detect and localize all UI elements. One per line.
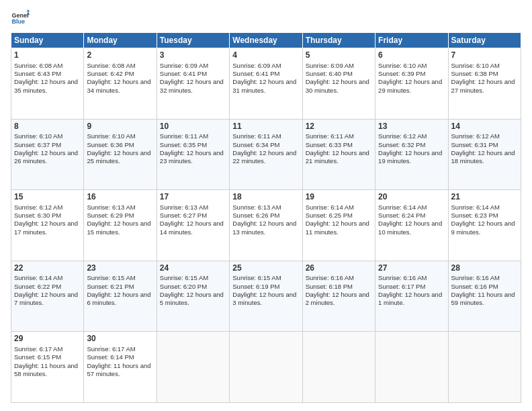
sunrise-label: Sunrise: 6:15 AM [87, 274, 135, 281]
week-row-3: 15 Sunrise: 6:12 AM Sunset: 6:30 PM Dayl… [11, 190, 521, 261]
daylight-label: Daylight: 12 hours and 35 minutes. [14, 78, 78, 93]
sunrise-label: Sunrise: 6:10 AM [378, 62, 427, 69]
sunrise-label: Sunrise: 6:13 AM [232, 203, 281, 211]
daylight-label: Daylight: 12 hours and 30 minutes. [306, 78, 369, 93]
day-number: 26 [306, 263, 372, 274]
day-number: 13 [378, 122, 445, 132]
day-cell-1: 1 Sunrise: 6:08 AM Sunset: 6:43 PM Dayli… [11, 48, 84, 120]
sunset-label: Sunset: 6:39 PM [378, 70, 425, 77]
sunrise-label: Sunrise: 6:13 AM [160, 203, 208, 211]
sunset-label: Sunset: 6:22 PM [14, 283, 61, 290]
sunrise-label: Sunrise: 6:16 AM [378, 274, 427, 281]
sunset-label: Sunset: 6:20 PM [160, 283, 207, 290]
sunset-label: Sunset: 6:15 PM [14, 353, 61, 361]
col-friday: Friday [375, 33, 448, 48]
sunset-label: Sunset: 6:24 PM [378, 212, 425, 219]
daylight-label: Daylight: 11 hours and 57 minutes. [87, 362, 150, 377]
day-cell-2: 2 Sunrise: 6:08 AM Sunset: 6:42 PM Dayli… [84, 48, 157, 120]
daylight-label: Daylight: 12 hours and 11 minutes. [306, 220, 369, 235]
sunset-label: Sunset: 6:36 PM [87, 141, 134, 148]
sunset-label: Sunset: 6:21 PM [87, 283, 134, 290]
sunset-label: Sunset: 6:35 PM [160, 141, 207, 148]
day-number: 20 [378, 192, 445, 203]
col-monday: Monday [84, 33, 157, 48]
calendar-header-row: Sunday Monday Tuesday Wednesday Thursday… [11, 33, 521, 48]
sunset-label: Sunset: 6:40 PM [306, 70, 353, 77]
sunrise-label: Sunrise: 6:10 AM [14, 132, 62, 140]
col-wednesday: Wednesday [230, 33, 302, 48]
sunset-label: Sunset: 6:31 PM [451, 141, 498, 148]
day-cell-19: 19 Sunrise: 6:14 AM Sunset: 6:25 PM Dayl… [302, 190, 375, 261]
sunset-label: Sunset: 6:29 PM [87, 212, 134, 219]
day-cell-22: 22 Sunrise: 6:14 AM Sunset: 6:22 PM Dayl… [11, 261, 84, 332]
sunset-label: Sunset: 6:14 PM [87, 353, 134, 361]
col-saturday: Saturday [448, 33, 521, 48]
daylight-label: Daylight: 12 hours and 5 minutes. [160, 291, 224, 306]
calendar-page: General Blue Sunday Monday Tuesday Wedne… [0, 0, 532, 411]
sunset-label: Sunset: 6:30 PM [14, 212, 61, 219]
daylight-label: Daylight: 12 hours and 15 minutes. [87, 220, 150, 235]
daylight-label: Daylight: 12 hours and 26 minutes. [14, 149, 78, 165]
sunrise-label: Sunrise: 6:10 AM [87, 132, 135, 140]
day-cell-9: 9 Sunrise: 6:10 AM Sunset: 6:36 PM Dayli… [84, 119, 157, 190]
day-number: 2 [87, 50, 153, 61]
daylight-label: Daylight: 12 hours and 21 minutes. [306, 149, 369, 165]
sunset-label: Sunset: 6:18 PM [306, 283, 353, 290]
day-number: 17 [160, 192, 226, 203]
daylight-label: Daylight: 12 hours and 31 minutes. [232, 78, 296, 93]
week-row-1: 1 Sunrise: 6:08 AM Sunset: 6:43 PM Dayli… [11, 48, 521, 120]
day-cell-17: 17 Sunrise: 6:13 AM Sunset: 6:27 PM Dayl… [157, 190, 229, 261]
daylight-label: Daylight: 11 hours and 59 minutes. [451, 291, 515, 306]
sunrise-label: Sunrise: 6:09 AM [160, 62, 208, 69]
week-row-2: 8 Sunrise: 6:10 AM Sunset: 6:37 PM Dayli… [11, 119, 521, 190]
daylight-label: Daylight: 12 hours and 7 minutes. [14, 291, 78, 306]
day-number: 25 [232, 263, 299, 274]
sunset-label: Sunset: 6:16 PM [451, 283, 498, 290]
sunset-label: Sunset: 6:43 PM [14, 70, 61, 77]
sunrise-label: Sunrise: 6:11 AM [160, 132, 208, 140]
day-cell-6: 6 Sunrise: 6:10 AM Sunset: 6:39 PM Dayli… [375, 48, 448, 120]
day-cell-5: 5 Sunrise: 6:09 AM Sunset: 6:40 PM Dayli… [302, 48, 375, 120]
day-number: 24 [160, 263, 226, 274]
day-number: 9 [87, 122, 153, 132]
col-tuesday: Tuesday [157, 33, 229, 48]
sunrise-label: Sunrise: 6:15 AM [232, 274, 281, 281]
sunrise-label: Sunrise: 6:14 AM [378, 203, 427, 211]
sunrise-label: Sunrise: 6:11 AM [232, 132, 281, 140]
sunrise-label: Sunrise: 6:17 AM [14, 345, 62, 353]
sunset-label: Sunset: 6:34 PM [232, 141, 279, 148]
day-number: 27 [378, 263, 445, 274]
day-cell-20: 20 Sunrise: 6:14 AM Sunset: 6:24 PM Dayl… [375, 190, 448, 261]
day-number: 28 [451, 263, 518, 274]
sunrise-label: Sunrise: 6:13 AM [87, 203, 135, 211]
empty-cell [375, 332, 448, 403]
empty-cell [302, 332, 375, 403]
sunset-label: Sunset: 6:42 PM [87, 70, 134, 77]
day-cell-30: 30 Sunrise: 6:17 AM Sunset: 6:14 PM Dayl… [84, 332, 157, 403]
logo-icon: General Blue [11, 8, 30, 27]
sunrise-label: Sunrise: 6:08 AM [87, 62, 135, 69]
day-cell-26: 26 Sunrise: 6:16 AM Sunset: 6:18 PM Dayl… [302, 261, 375, 332]
day-number: 22 [14, 263, 81, 274]
day-number: 5 [306, 50, 372, 61]
day-cell-12: 12 Sunrise: 6:11 AM Sunset: 6:33 PM Dayl… [302, 119, 375, 190]
daylight-label: Daylight: 12 hours and 3 minutes. [232, 291, 296, 306]
day-cell-11: 11 Sunrise: 6:11 AM Sunset: 6:34 PM Dayl… [230, 119, 302, 190]
daylight-label: Daylight: 12 hours and 13 minutes. [232, 220, 296, 235]
daylight-label: Daylight: 12 hours and 1 minute. [378, 291, 442, 306]
daylight-label: Daylight: 12 hours and 29 minutes. [378, 78, 442, 93]
daylight-label: Daylight: 12 hours and 27 minutes. [451, 78, 515, 93]
svg-marker-2 [27, 9, 30, 12]
day-number: 14 [451, 122, 518, 132]
sunset-label: Sunset: 6:27 PM [160, 212, 207, 219]
daylight-label: Daylight: 12 hours and 6 minutes. [87, 291, 150, 306]
day-cell-27: 27 Sunrise: 6:16 AM Sunset: 6:17 PM Dayl… [375, 261, 448, 332]
sunrise-label: Sunrise: 6:14 AM [306, 203, 354, 211]
daylight-label: Daylight: 12 hours and 14 minutes. [160, 220, 224, 235]
sunrise-label: Sunrise: 6:16 AM [306, 274, 354, 281]
sunset-label: Sunset: 6:19 PM [232, 283, 279, 290]
daylight-label: Daylight: 12 hours and 10 minutes. [378, 220, 442, 235]
day-number: 18 [232, 192, 299, 203]
daylight-label: Daylight: 12 hours and 9 minutes. [451, 220, 515, 235]
daylight-label: Daylight: 12 hours and 32 minutes. [160, 78, 224, 93]
